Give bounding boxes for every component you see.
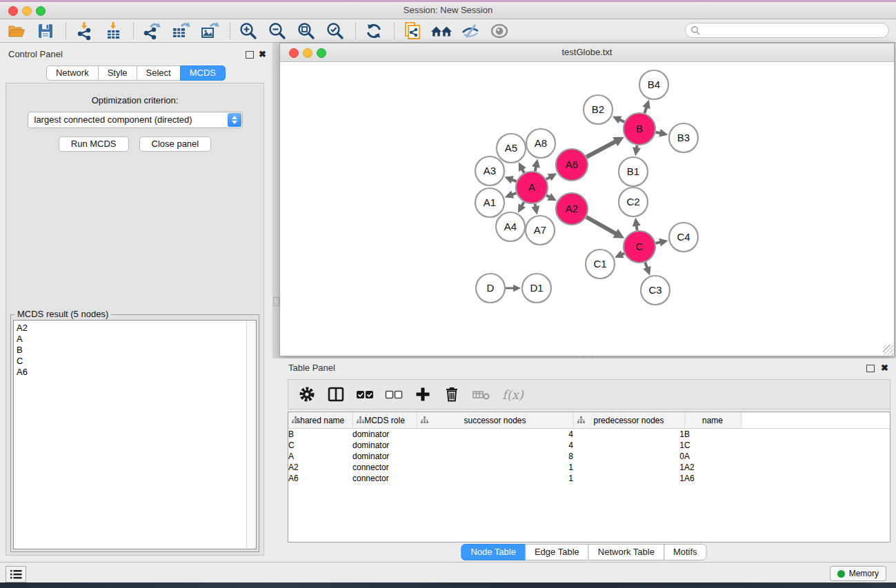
column-header-name[interactable]: name [684, 412, 741, 429]
edge-B-B2[interactable] [613, 116, 624, 123]
open-session-icon[interactable] [6, 21, 28, 41]
cell[interactable]: 1 [417, 462, 573, 473]
node-table[interactable]: shared nameMCDS rolesuccessor nodesprede… [288, 412, 890, 543]
close-table-panel-icon[interactable]: ✖ [881, 363, 888, 373]
edge-A-A1[interactable] [505, 190, 517, 198]
tab-edge-table[interactable]: Edge Table [525, 544, 589, 560]
run-mcds-button[interactable]: Run MCDS [59, 136, 129, 152]
tab-motifs[interactable]: Motifs [664, 544, 707, 560]
edge-A-A2[interactable] [546, 193, 557, 201]
network-canvas[interactable]: B4B2BB3A8A5A6A3B1AC2A1A2A4A7C4CC1C3DD1 [280, 62, 894, 356]
node-B3[interactable]: B3 [669, 123, 698, 152]
edge-C-C4[interactable] [655, 239, 668, 247]
result-item-a6[interactable]: A6 [14, 367, 256, 378]
cell[interactable]: 1 [573, 473, 684, 484]
table-settings-icon[interactable] [298, 384, 316, 405]
show-columns-icon[interactable] [327, 384, 345, 405]
edge-A-A8[interactable] [532, 159, 540, 172]
delete-column-icon[interactable] [443, 384, 461, 405]
node-A[interactable]: A [516, 172, 548, 203]
cell[interactable]: connector [352, 462, 417, 473]
node-C3[interactable]: C3 [641, 276, 670, 305]
minimize-view-light[interactable] [303, 48, 312, 58]
node-C4[interactable]: C4 [669, 223, 698, 252]
show-graphics-details-icon[interactable] [488, 21, 510, 41]
cell[interactable]: 1 [573, 462, 684, 473]
edge-A2-C[interactable] [586, 217, 624, 239]
node-A3[interactable]: A3 [475, 156, 504, 185]
result-list-scrollbar[interactable] [246, 321, 256, 549]
table-row[interactable]: Adominator80A [288, 451, 890, 462]
result-item-a[interactable]: A [14, 334, 256, 345]
mcds-result-list[interactable]: A2ABCA6 [13, 320, 257, 549]
tab-mcds[interactable]: MCDS [180, 65, 226, 81]
edge-A-A3[interactable] [504, 176, 516, 183]
network-graph[interactable]: B4B2BB3A8A5A6A3B1AC2A1A2A4A7C4CC1C3DD1 [280, 62, 894, 356]
close-panel-icon[interactable]: ✖ [259, 49, 266, 59]
node-C[interactable]: C [624, 231, 655, 263]
cell[interactable]: B [288, 429, 352, 440]
zoom-out-icon[interactable] [266, 21, 288, 41]
export-image-icon[interactable] [199, 21, 221, 41]
zoom-view-light[interactable] [317, 48, 326, 58]
column-header-shared-name[interactable]: shared name [288, 412, 352, 429]
table-row[interactable]: A6connector11A6 [288, 473, 890, 484]
result-item-a2[interactable]: A2 [14, 323, 256, 334]
cell[interactable]: C [288, 440, 352, 451]
export-network-icon[interactable] [141, 21, 163, 41]
delete-table-icon[interactable] [472, 384, 491, 405]
minimize-window-light[interactable] [22, 6, 32, 16]
cell[interactable]: A [684, 451, 741, 462]
node-A6[interactable]: A6 [556, 149, 588, 181]
close-view-light[interactable] [289, 48, 299, 58]
cell[interactable]: 0 [573, 451, 684, 462]
cell[interactable]: A [288, 451, 352, 462]
column-header-successor-nodes[interactable]: successor nodes [417, 412, 573, 429]
edge-D-D1[interactable] [506, 285, 521, 292]
cell[interactable]: B [684, 429, 741, 440]
column-header-mcds-role[interactable]: MCDS role [352, 412, 417, 429]
edge-B-B1[interactable] [633, 145, 641, 156]
column-header-predecessor-nodes[interactable]: predecessor nodes [573, 412, 684, 429]
vertical-splitter-handle[interactable] [273, 297, 279, 306]
cell[interactable]: A6 [684, 473, 741, 484]
edge-B-B3[interactable] [656, 129, 668, 137]
cell[interactable]: A6 [288, 473, 352, 484]
node-A7[interactable]: A7 [526, 216, 555, 245]
cell[interactable]: 4 [417, 429, 573, 440]
tab-select[interactable]: Select [137, 65, 181, 81]
node-B4[interactable]: B4 [639, 70, 668, 99]
function-builder-icon[interactable]: f(x) [502, 384, 524, 405]
tab-style[interactable]: Style [98, 65, 137, 81]
cell[interactable]: 1 [573, 429, 684, 440]
import-table-icon[interactable] [102, 21, 124, 41]
node-B1[interactable]: B1 [619, 157, 648, 186]
refresh-icon[interactable] [363, 21, 385, 41]
task-history-button[interactable] [6, 566, 26, 582]
zoom-in-icon[interactable] [237, 21, 259, 41]
cell[interactable]: dominator [352, 451, 417, 462]
memory-button[interactable]: Memory [830, 566, 886, 581]
edge-C-C2[interactable] [633, 218, 641, 230]
home-icon[interactable] [430, 21, 452, 41]
table-row[interactable]: Bdominator41B [288, 429, 890, 440]
node-A2[interactable]: A2 [556, 193, 588, 225]
hide-annotations-icon[interactable] [459, 21, 481, 41]
cell[interactable]: 1 [573, 440, 684, 451]
node-A4[interactable]: A4 [496, 212, 525, 241]
node-B[interactable]: B [624, 113, 655, 145]
zoom-window-light[interactable] [36, 6, 46, 16]
table-row[interactable]: A2connector11A2 [288, 462, 890, 473]
table-row[interactable]: Cdominator41C [288, 440, 890, 451]
tab-node-table[interactable]: Node Table [461, 544, 526, 560]
resize-grip-icon[interactable] [883, 345, 893, 355]
cell[interactable]: dominator [352, 429, 417, 440]
node-C1[interactable]: C1 [586, 250, 615, 278]
cell[interactable]: A2 [288, 462, 352, 473]
node-A1[interactable]: A1 [475, 188, 504, 217]
cell[interactable]: 8 [417, 451, 573, 462]
import-network-icon[interactable] [73, 21, 95, 41]
result-item-c[interactable]: C [14, 356, 256, 367]
cell[interactable]: C [684, 440, 741, 451]
criterion-dropdown[interactable]: largest connected component (directed) [28, 112, 243, 128]
